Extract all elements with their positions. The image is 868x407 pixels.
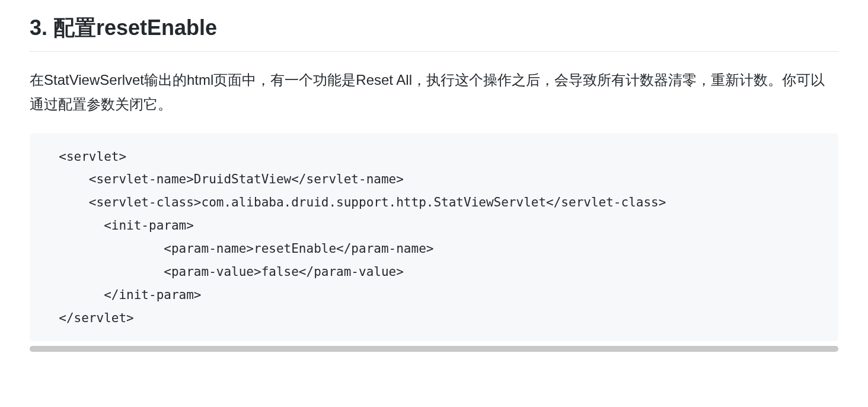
code-block-container[interactable]: <servlet> <servlet-name>DruidStatView</s… [30,133,838,342]
horizontal-scrollbar-thumb[interactable] [30,346,838,352]
horizontal-scrollbar[interactable] [30,346,838,352]
code-block: <servlet> <servlet-name>DruidStatView</s… [44,145,824,330]
section-heading: 3. 配置resetEnable [30,12,838,52]
section-paragraph: 在StatViewSerlvet输出的html页面中，有一个功能是Reset A… [30,68,838,117]
